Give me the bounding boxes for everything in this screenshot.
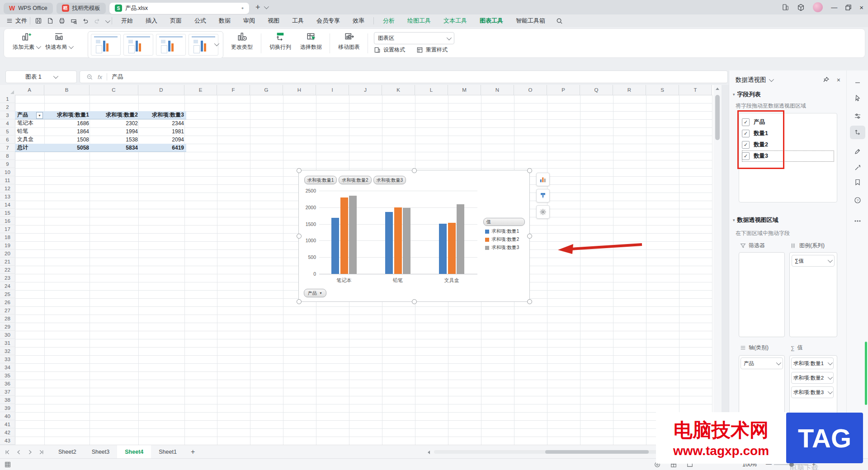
sheet-tab-Sheet1[interactable]: Sheet1: [151, 445, 184, 459]
axis-field-button[interactable]: 产品▼: [304, 289, 326, 297]
help-icon[interactable]: ?: [850, 193, 865, 207]
menu-item-图表工具[interactable]: 图表工具: [473, 17, 509, 25]
row-header-22[interactable]: 22: [0, 266, 15, 274]
bookmark-icon[interactable]: [850, 175, 865, 189]
column-header-B[interactable]: B: [44, 85, 90, 95]
chart-area-combobox[interactable]: 图表区: [374, 32, 454, 44]
row-header-18[interactable]: 18: [0, 233, 15, 241]
row-header-19[interactable]: 19: [0, 241, 15, 249]
menu-item-会员专享[interactable]: 会员专享: [310, 17, 346, 25]
row-header-43[interactable]: 43: [0, 437, 15, 445]
search-icon[interactable]: [556, 18, 563, 24]
scroll-up-icon[interactable]: [716, 88, 719, 90]
row-header-4[interactable]: 4: [0, 119, 15, 127]
legend-title-button[interactable]: 值: [483, 218, 525, 226]
formula-bar[interactable]: fx 产品: [80, 70, 728, 83]
row-header-36[interactable]: 36: [0, 380, 15, 388]
bar-求和项:数量3-铅笔[interactable]: [403, 208, 410, 274]
row-header-7[interactable]: 7: [0, 144, 15, 152]
column-header-E[interactable]: E: [184, 85, 217, 95]
row-header-31[interactable]: 31: [0, 339, 15, 347]
chart-style-thumb[interactable]: [123, 34, 153, 56]
change-type-button[interactable]: 更改类型: [228, 32, 256, 51]
field-button[interactable]: 求和项:数量2: [339, 176, 371, 184]
row-header-11[interactable]: 11: [0, 176, 15, 184]
print-icon[interactable]: [57, 16, 67, 26]
column-header-M[interactable]: M: [448, 85, 481, 95]
column-header-Q[interactable]: Q: [580, 85, 613, 95]
wand-icon[interactable]: [850, 161, 865, 174]
bar-求和项:数量1-铅笔[interactable]: [385, 212, 393, 274]
row-header-42[interactable]: 42: [0, 428, 15, 437]
pivot-cell[interactable]: 文具盒: [15, 136, 47, 143]
cursor-icon[interactable]: [850, 91, 865, 105]
app-tab-templates[interactable]: 稻 找稻壳模板: [57, 3, 106, 14]
column-header-O[interactable]: O: [514, 85, 547, 95]
chart-style-thumb[interactable]: [91, 34, 121, 56]
column-header-T[interactable]: T: [679, 85, 712, 95]
row-header-13[interactable]: 13: [0, 193, 15, 201]
pivot-cell[interactable]: 1864: [44, 127, 91, 135]
pivot-cell[interactable]: 5834: [90, 144, 140, 152]
row-header-29[interactable]: 29: [0, 323, 15, 331]
chevron-down-icon[interactable]: [769, 77, 774, 82]
sheet-nav-next-icon[interactable]: [27, 449, 33, 455]
collapse-triangle-icon[interactable]: ▾: [733, 92, 735, 97]
menu-item-插入[interactable]: 插入: [139, 17, 164, 25]
sheet-tab-Sheet4[interactable]: Sheet4: [117, 445, 151, 459]
pivot-cell[interactable]: 2344: [138, 119, 186, 127]
row-header-37[interactable]: 37: [0, 388, 15, 396]
bar-求和项:数量1-文具盒[interactable]: [439, 224, 447, 274]
row-header-12[interactable]: 12: [0, 184, 15, 193]
row-header-15[interactable]: 15: [0, 209, 15, 217]
column-header-L[interactable]: L: [415, 85, 448, 95]
file-menu[interactable]: 文件: [0, 17, 27, 25]
row-header-27[interactable]: 27: [0, 306, 15, 315]
row-header-21[interactable]: 21: [0, 258, 15, 266]
gallery-more-chevron-icon[interactable]: [214, 40, 218, 48]
selection-handle[interactable]: [527, 234, 532, 239]
pivot-cell[interactable]: 2094: [138, 136, 186, 143]
row-header-32[interactable]: 32: [0, 347, 15, 355]
brush-button[interactable]: [536, 189, 550, 202]
menu-item-数据[interactable]: 数据: [212, 17, 237, 25]
column-header-D[interactable]: D: [138, 85, 184, 95]
column-header-A[interactable]: A: [15, 85, 44, 95]
row-header-25[interactable]: 25: [0, 290, 15, 298]
row-header-10[interactable]: 10: [0, 168, 15, 176]
column-header-P[interactable]: P: [547, 85, 580, 95]
values-area-item[interactable]: 求和项:数量1: [791, 357, 834, 369]
name-box[interactable]: 图表 1: [5, 70, 77, 83]
selection-handle[interactable]: [527, 299, 532, 304]
bar-求和项:数量3-笔记本[interactable]: [349, 196, 357, 274]
pivot-filter-button[interactable]: ▼: [36, 112, 43, 119]
row-header-2[interactable]: 2: [0, 103, 15, 111]
select-data-button[interactable]: 选择数据: [297, 32, 325, 51]
column-header-H[interactable]: H: [283, 85, 316, 95]
menu-item-智能工具箱[interactable]: 智能工具箱: [509, 17, 552, 25]
close-icon[interactable]: ×: [859, 4, 863, 11]
pivot-cell[interactable]: 1686: [44, 119, 91, 127]
sliders-icon[interactable]: [850, 109, 865, 123]
chart-style-thumb[interactable]: [156, 34, 186, 56]
sheet-tab-Sheet2[interactable]: Sheet2: [51, 445, 84, 459]
row-header-5[interactable]: 5: [0, 127, 15, 136]
filter-area-box[interactable]: [739, 252, 785, 337]
row-header-14[interactable]: 14: [0, 201, 15, 209]
redo-icon[interactable]: [92, 16, 103, 26]
device-icon[interactable]: [782, 4, 789, 11]
sheet-nav-prev-icon[interactable]: [16, 449, 22, 455]
row-header-8[interactable]: 8: [0, 152, 15, 160]
bar-求和项:数量2-铅笔[interactable]: [394, 207, 402, 274]
row-header-39[interactable]: 39: [0, 404, 15, 412]
row-header-35[interactable]: 35: [0, 371, 15, 380]
menu-item-公式[interactable]: 公式: [188, 17, 212, 25]
column-header-F[interactable]: F: [217, 85, 250, 95]
row-header-20[interactable]: 20: [0, 249, 15, 258]
selection-handle[interactable]: [527, 168, 532, 173]
pen-icon[interactable]: [850, 145, 865, 158]
quick-access-chevron-icon[interactable]: [105, 18, 109, 24]
gear-button[interactable]: [536, 205, 550, 219]
menu-item-开始[interactable]: 开始: [115, 17, 139, 25]
collapse-icon[interactable]: [850, 76, 865, 89]
